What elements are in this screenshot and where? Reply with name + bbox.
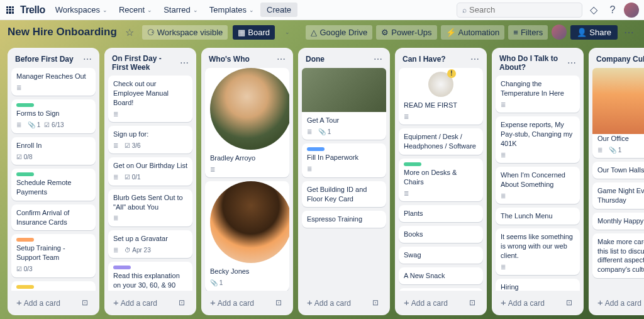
list-title[interactable]: On First Day - First Week bbox=[112, 54, 180, 72]
search-box[interactable]: ⌕ bbox=[457, 3, 582, 18]
board-title[interactable]: New Hire Onboarding bbox=[8, 26, 117, 38]
list-title[interactable]: Done bbox=[306, 55, 325, 64]
trello-logo[interactable]: Trello bbox=[16, 4, 49, 16]
star-icon[interactable]: ☆ bbox=[122, 25, 137, 40]
list-title[interactable]: Company Culture bbox=[596, 55, 644, 64]
card[interactable]: The Lunch Menu bbox=[496, 208, 580, 225]
card[interactable]: Becky Jones📎 1 bbox=[205, 181, 289, 291]
filters-button[interactable]: ≡Filters bbox=[508, 25, 548, 40]
card[interactable]: Enroll In☑ 0/8 bbox=[11, 137, 96, 165]
card[interactable]: More on Desks & Chairs≣ bbox=[399, 159, 483, 201]
card-cover-image bbox=[302, 68, 386, 112]
google-drive-button[interactable]: △Google Drive bbox=[306, 25, 372, 40]
add-card-button[interactable]: +Add a card⊡ bbox=[302, 293, 386, 311]
list-menu-icon[interactable]: ⋯ bbox=[567, 58, 576, 68]
card-title: Blurb Gets Sent Out to "All" about You bbox=[113, 193, 187, 212]
card[interactable]: Plants bbox=[399, 205, 483, 222]
card[interactable]: Get Building ID and Floor Key Card bbox=[302, 181, 386, 208]
list-title[interactable]: Can I Have? bbox=[402, 55, 446, 64]
starred-menu[interactable]: Starred⌄ bbox=[158, 3, 203, 17]
list-menu-icon[interactable]: ⋯ bbox=[83, 54, 92, 64]
template-icon[interactable]: ⊡ bbox=[469, 298, 478, 307]
description-icon: ≣ bbox=[113, 214, 121, 223]
card[interactable]: Setup Training - Systems Team bbox=[11, 281, 96, 291]
view-switcher-icon[interactable]: ⌄ bbox=[280, 25, 295, 40]
card[interactable]: Check out our Employee Manual Board!≣ bbox=[108, 76, 192, 122]
card[interactable]: Confirm Arrival of Insurance Cards bbox=[11, 204, 96, 231]
add-card-button[interactable]: +Add a card⊡ bbox=[108, 293, 192, 311]
card[interactable]: Get A Tour≣📎 1 bbox=[302, 68, 386, 140]
template-icon[interactable]: ⊡ bbox=[275, 298, 284, 307]
card[interactable]: Our Town Halls bbox=[592, 162, 644, 179]
template-icon[interactable]: ⊡ bbox=[566, 298, 575, 307]
template-icon[interactable]: ⊡ bbox=[372, 298, 381, 307]
card[interactable]: READ ME FIRST≣ bbox=[399, 68, 483, 125]
add-card-button[interactable]: +Add a card⊡ bbox=[496, 293, 580, 311]
list-title[interactable]: Before First Day bbox=[15, 55, 74, 64]
card[interactable]: Our Office≣📎 1 bbox=[592, 68, 644, 158]
list-title[interactable]: Who's Who bbox=[209, 55, 250, 64]
card[interactable]: Make more cards on this list to discuss … bbox=[592, 233, 644, 278]
apps-icon[interactable] bbox=[5, 5, 15, 15]
card[interactable]: Setup Training - Support Team☑ 0/3 bbox=[11, 234, 96, 277]
recent-menu[interactable]: Recent⌄ bbox=[114, 3, 157, 17]
search-input[interactable] bbox=[469, 5, 577, 14]
card[interactable]: Swag bbox=[399, 247, 483, 264]
card-label bbox=[16, 103, 34, 107]
card[interactable]: Game Night Every Thursday bbox=[592, 182, 644, 209]
member-avatar[interactable] bbox=[552, 25, 567, 40]
card[interactable]: Get on Our Birthday List≣☑ 0/1 bbox=[108, 157, 192, 185]
list: Company Culture⋯Our Office≣📎 1Our Town H… bbox=[589, 48, 644, 315]
card[interactable]: Changing the Temperature In Here≣ bbox=[496, 76, 580, 113]
visibility-button[interactable]: ⚆Workspace visible bbox=[142, 25, 228, 40]
card[interactable]: Sign up for:≣☑ 3/6 bbox=[108, 126, 192, 154]
card[interactable]: Read this explanation on your 30, 60, & … bbox=[108, 262, 192, 291]
card[interactable]: Books bbox=[399, 226, 483, 243]
add-card-button[interactable]: +Add a card⊡ bbox=[11, 293, 96, 311]
list-title[interactable]: Who Do I Talk to About? bbox=[499, 54, 567, 72]
card[interactable]: Hiring≣ bbox=[496, 279, 580, 291]
create-button[interactable]: Create bbox=[260, 3, 297, 17]
list-menu-icon[interactable]: ⋯ bbox=[180, 58, 189, 68]
card[interactable]: Espresso Training bbox=[302, 211, 386, 228]
card-title: Our Town Halls bbox=[597, 165, 644, 175]
notifications-icon[interactable]: ◇ bbox=[586, 3, 601, 18]
workspaces-menu[interactable]: Workspaces⌄ bbox=[50, 3, 113, 17]
card[interactable]: Schedule Remote Payments bbox=[11, 169, 96, 201]
template-icon[interactable]: ⊡ bbox=[179, 298, 187, 307]
automation-button[interactable]: ⚡Automation bbox=[441, 25, 505, 40]
board-view-button[interactable]: ▦Board bbox=[233, 25, 275, 40]
card[interactable]: Fill In Paperwork≣ bbox=[302, 143, 386, 177]
card-title: Bradley Arroyo bbox=[210, 154, 284, 163]
card[interactable]: Expense reports, My Pay-stub, Changing m… bbox=[496, 116, 580, 163]
board-menu-icon[interactable]: ⋯ bbox=[621, 25, 636, 40]
card[interactable]: Forms to Sign≣📎 1☑ 6/13 bbox=[11, 99, 96, 133]
templates-menu[interactable]: Templates⌄ bbox=[204, 3, 259, 17]
user-avatar[interactable] bbox=[624, 3, 639, 18]
share-button[interactable]: 👤Share bbox=[570, 25, 618, 40]
help-icon[interactable]: ? bbox=[605, 3, 620, 18]
attachment-badge: 📎 1 bbox=[609, 146, 621, 155]
board-icon: ▦ bbox=[238, 28, 245, 37]
card[interactable]: Equipment / Desk / Headphones / Software bbox=[399, 128, 483, 155]
card[interactable]: When I'm Concerned About Something≣ bbox=[496, 167, 580, 204]
card[interactable]: Monthly Happy Hours! bbox=[592, 213, 644, 230]
card-title: Enroll In bbox=[16, 141, 91, 150]
card[interactable]: It seems like something is wrong with ou… bbox=[496, 228, 580, 275]
card[interactable]: A New Snack bbox=[399, 267, 483, 284]
card[interactable]: Set up a Gravatar≣⏱ Apr 23 bbox=[108, 230, 192, 258]
add-card-button[interactable]: +Add a card⊡ bbox=[592, 293, 644, 311]
list-menu-icon[interactable]: ⋯ bbox=[277, 54, 286, 64]
add-card-button[interactable]: +Add a card⊡ bbox=[205, 293, 289, 311]
template-icon[interactable]: ⊡ bbox=[82, 298, 91, 307]
card[interactable]: Manager Reaches Out≣ bbox=[11, 68, 96, 96]
card[interactable]: Blurb Gets Sent Out to "All" about You≣ bbox=[108, 189, 192, 227]
add-card-button[interactable]: +Add a card⊡ bbox=[399, 293, 483, 311]
card[interactable]: Bradley Arroyo≣ bbox=[205, 68, 289, 177]
list-menu-icon[interactable]: ⋯ bbox=[374, 54, 382, 64]
description-icon: ≣ bbox=[501, 263, 508, 272]
list-menu-icon[interactable]: ⋯ bbox=[470, 54, 479, 64]
powerups-button[interactable]: ⚙Power-Ups bbox=[376, 25, 436, 40]
card[interactable]: A Bike In The Office bbox=[399, 288, 483, 291]
people-icon: ⚆ bbox=[147, 28, 155, 37]
